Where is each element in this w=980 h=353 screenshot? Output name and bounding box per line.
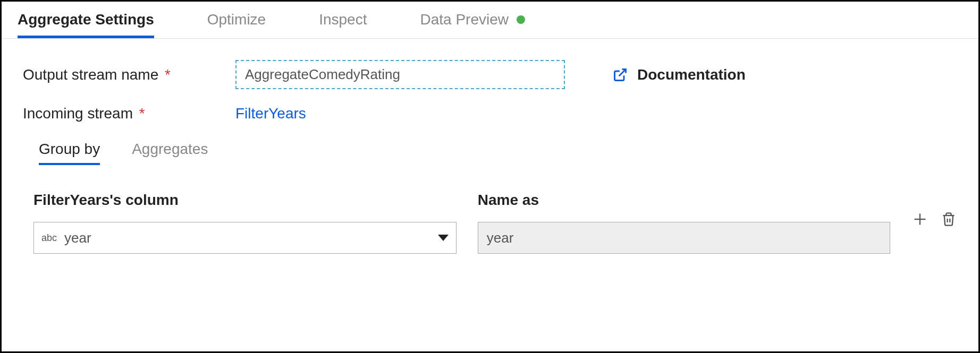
name-as-input[interactable] [478, 222, 890, 254]
documentation-label: Documentation [637, 66, 746, 83]
required-asterisk: * [165, 66, 171, 83]
output-stream-label-text: Output stream name [23, 66, 158, 83]
type-prefix: abc [41, 233, 57, 244]
tab-inspect[interactable]: Inspect [319, 2, 367, 38]
content-area: Output stream name * Documentation Incom… [2, 39, 978, 254]
incoming-stream-row: Incoming stream * FilterYears [23, 105, 957, 122]
column-select[interactable]: abc year [33, 222, 457, 254]
output-stream-row: Output stream name * Documentation [23, 60, 957, 89]
subtab-aggregates[interactable]: Aggregates [132, 141, 208, 165]
tab-data-preview[interactable]: Data Preview [420, 2, 525, 38]
main-tabs: Aggregate Settings Optimize Inspect Data… [2, 2, 978, 39]
required-asterisk: * [139, 105, 145, 122]
open-external-icon [613, 67, 628, 82]
delete-button[interactable] [940, 211, 957, 228]
documentation-link[interactable]: Documentation [613, 66, 746, 83]
plus-icon [913, 212, 927, 227]
column-right: Name as [478, 192, 890, 254]
output-stream-label: Output stream name * [23, 66, 235, 83]
subtab-group-by[interactable]: Group by [39, 141, 100, 165]
column-left: FilterYears's column abc year [33, 192, 457, 254]
tab-aggregate-settings[interactable]: Aggregate Settings [18, 2, 154, 38]
sub-tabs: Group by Aggregates [39, 141, 957, 165]
trash-icon [941, 212, 956, 227]
column-select-value: year [64, 230, 438, 246]
add-button[interactable] [911, 211, 928, 228]
chevron-down-icon [438, 235, 449, 241]
incoming-stream-label-text: Incoming stream [23, 105, 133, 122]
incoming-stream-label: Incoming stream * [23, 105, 235, 122]
row-actions [911, 211, 957, 228]
tab-optimize[interactable]: Optimize [207, 2, 266, 38]
column-right-header: Name as [478, 192, 890, 209]
incoming-stream-value[interactable]: FilterYears [235, 105, 306, 122]
column-left-header: FilterYears's column [33, 192, 457, 209]
tab-data-preview-label: Data Preview [420, 11, 509, 28]
svg-line-0 [619, 69, 626, 76]
group-by-columns: FilterYears's column abc year Name as [33, 192, 957, 254]
output-stream-input[interactable] [235, 60, 565, 89]
status-dot-icon [517, 15, 525, 24]
